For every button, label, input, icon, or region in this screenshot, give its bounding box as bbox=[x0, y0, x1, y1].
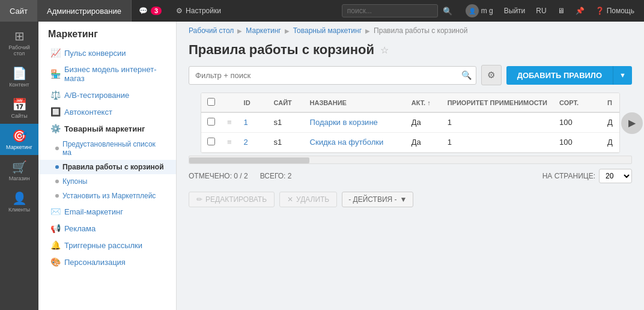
breadcrumb-desktop[interactable]: Рабочий стол bbox=[189, 26, 234, 35]
sidebar-item-desktop[interactable]: ⊞ Рабочий стол bbox=[0, 24, 38, 61]
cart-dot bbox=[55, 165, 59, 169]
admin-tab[interactable]: Администрирование bbox=[37, 0, 132, 22]
breadcrumb-marketing[interactable]: Маркетинг bbox=[246, 26, 281, 35]
email-icon: ✉️ bbox=[50, 207, 61, 216]
scroll-right-arrow[interactable]: ▶ bbox=[621, 112, 643, 134]
table-outer: ID САЙТ НАЗВАНИЕ АКТ. ↑ ПРИОРИТЕТ ПРИМЕН… bbox=[189, 93, 632, 153]
menu-item-conversion[interactable]: 📈 Пульс конверсии bbox=[38, 44, 176, 61]
submenu-label-cart: Правила работы с корзиной bbox=[62, 163, 164, 171]
desktop-icon: ⊞ bbox=[14, 30, 25, 42]
messages-button[interactable]: 💬 3 bbox=[132, 0, 169, 22]
menu-item-triggers[interactable]: 🔔 Триггерные рассылки bbox=[38, 237, 176, 254]
delete-button[interactable]: ✕ УДАЛИТЬ bbox=[279, 192, 337, 207]
column-settings-button[interactable]: ⚙ bbox=[481, 65, 502, 85]
ab-icon: ⚖️ bbox=[50, 90, 61, 100]
menu-item-email[interactable]: ✉️ Email-маркетинг bbox=[38, 203, 176, 220]
lang-button[interactable]: RU bbox=[531, 7, 551, 15]
delete-icon: ✕ bbox=[287, 195, 293, 204]
menu-item-autocontext[interactable]: 🔲 Автоконтекст bbox=[38, 103, 176, 120]
menu-label-product-marketing: Товарный маркетинг bbox=[64, 124, 145, 133]
menu-item-product-marketing[interactable]: ⚙️ Товарный маркетинг bbox=[38, 120, 176, 137]
user-name: m g bbox=[481, 7, 493, 15]
business-icon: 🏪 bbox=[50, 69, 61, 79]
row-priority: 1 bbox=[442, 112, 553, 133]
row-id-link[interactable]: 2 bbox=[244, 138, 248, 147]
row-sort: 100 bbox=[553, 133, 601, 153]
content-icon: 📄 bbox=[12, 67, 27, 79]
submenu-cart-rules[interactable]: Правила работы с корзиной bbox=[38, 160, 176, 174]
col-id[interactable]: ID bbox=[238, 93, 268, 112]
search-input[interactable] bbox=[342, 4, 438, 17]
row-p: Д bbox=[601, 133, 619, 153]
sidebar-item-marketing[interactable]: 🎯 Маркетинг bbox=[0, 124, 38, 155]
col-site[interactable]: САЙТ bbox=[268, 93, 304, 112]
menu-label-email: Email-маркетинг bbox=[64, 207, 123, 216]
menu-item-personalization[interactable]: 🎨 Персонализация bbox=[38, 254, 176, 270]
col-active[interactable]: АКТ. ↑ bbox=[406, 93, 442, 112]
submenu-preset-list[interactable]: Предустановленный список ма bbox=[38, 137, 176, 160]
row-name-link[interactable]: Подарки в корзине bbox=[310, 118, 378, 127]
row-checkbox[interactable] bbox=[207, 118, 215, 126]
sidebar-label-shop: Магазин bbox=[9, 175, 30, 181]
per-page-select[interactable]: 10 20 50 100 bbox=[599, 169, 632, 183]
table-row: ≡ 1 s1 Подарки в корзине Да 1 100 Д bbox=[201, 112, 619, 133]
triggers-icon: 🔔 bbox=[50, 240, 61, 250]
sidebar-item-shop[interactable]: 🛒 Магазин bbox=[0, 155, 38, 186]
row-id-link[interactable]: 1 bbox=[244, 118, 248, 127]
menu-item-ads[interactable]: 📢 Реклама bbox=[38, 220, 176, 237]
edit-icon: ✏ bbox=[196, 195, 202, 204]
help-button[interactable]: ❓ Помощь bbox=[591, 7, 639, 15]
add-rule-dropdown[interactable]: ▼ bbox=[613, 66, 632, 85]
col-sort[interactable]: СОРТ. bbox=[553, 93, 601, 112]
menu-label-triggers: Триггерные рассылки bbox=[64, 241, 142, 250]
settings-button[interactable]: ⚙ Настройки bbox=[169, 0, 228, 22]
submenu-coupons[interactable]: Купоны bbox=[38, 174, 176, 189]
marked-count: ОТМЕЧЕНО: 0 / 2 bbox=[189, 172, 248, 180]
preset-dot bbox=[55, 147, 59, 150]
sidebar-item-clients[interactable]: 👤 Клиенты bbox=[0, 186, 38, 217]
submenu-marketplace[interactable]: Установить из Маркетплейс bbox=[38, 189, 176, 203]
breadcrumb-sep1: ▶ bbox=[237, 28, 242, 34]
favorite-star[interactable]: ☆ bbox=[380, 44, 389, 56]
user-button[interactable]: 👤 m g bbox=[461, 4, 498, 17]
footer-status-row: ОТМЕЧЕНО: 0 / 2 ВСЕГО: 2 НА СТРАНИЦЕ: 10… bbox=[177, 164, 644, 188]
menu-item-ab[interactable]: ⚖️ А/В-тестирование bbox=[38, 87, 176, 103]
edit-button[interactable]: ✏ РЕДАКТИРОВАТЬ bbox=[189, 192, 275, 207]
page-title: Правила работы с корзиной bbox=[189, 42, 374, 58]
sidebar-item-content[interactable]: 📄 Контент bbox=[0, 61, 38, 93]
sidebar-item-sites[interactable]: 📅 Сайты bbox=[0, 93, 38, 124]
logout-button[interactable]: Выйти bbox=[499, 7, 530, 15]
row-active: Да bbox=[406, 133, 442, 153]
breadcrumb-product-marketing[interactable]: Товарный маркетинг bbox=[293, 26, 362, 35]
menu-item-business[interactable]: 🏪 Бизнес модель интернет-магаз bbox=[38, 61, 176, 87]
filter-input[interactable] bbox=[189, 66, 476, 85]
table-row: ≡ 2 s1 Скидка на футболки Да 1 100 Д bbox=[201, 133, 619, 153]
avatar: 👤 bbox=[466, 4, 479, 17]
question-icon: ❓ bbox=[595, 7, 604, 15]
scrollbar-thumb bbox=[189, 157, 309, 163]
add-button-group: ДОБАВИТЬ ПРАВИЛО ▼ bbox=[506, 66, 632, 85]
row-checkbox[interactable] bbox=[207, 138, 215, 145]
filter-search-icon: 🔍 bbox=[461, 70, 472, 80]
actions-dropdown-button[interactable]: - ДЕЙСТВИЯ - ▼ bbox=[342, 192, 413, 207]
row-active: Да bbox=[406, 112, 442, 133]
breadcrumb-sep3: ▶ bbox=[365, 28, 370, 34]
row-name-link[interactable]: Скидка на футболки bbox=[310, 138, 384, 147]
add-rule-button[interactable]: ДОБАВИТЬ ПРАВИЛО bbox=[506, 66, 613, 85]
gear-settings-icon: ⚙ bbox=[487, 70, 495, 81]
col-name[interactable]: НАЗВАНИЕ bbox=[304, 93, 406, 112]
total-count: ВСЕГО: 2 bbox=[260, 172, 292, 180]
site-tab[interactable]: Сайт bbox=[0, 0, 37, 22]
horizontal-scrollbar[interactable] bbox=[189, 156, 632, 164]
search-area: 🔍 bbox=[342, 4, 456, 17]
pin-button[interactable]: 📌 bbox=[571, 7, 589, 15]
sidebar-label-marketing: Маркетинг bbox=[6, 144, 32, 150]
gear-icon: ⚙ bbox=[176, 7, 183, 15]
menu-label-personalization: Персонализация bbox=[64, 258, 126, 267]
col-priority[interactable]: ПРИОРИТЕТ ПРИМЕНИМОСТИ bbox=[442, 93, 553, 112]
conversion-icon: 📈 bbox=[50, 48, 61, 58]
per-page-label: НА СТРАНИЦЕ: bbox=[542, 172, 595, 180]
submenu-label-preset: Предустановленный список ма bbox=[62, 140, 166, 157]
monitor-button[interactable]: 🖥 bbox=[553, 7, 570, 15]
select-all-checkbox[interactable] bbox=[207, 98, 215, 106]
